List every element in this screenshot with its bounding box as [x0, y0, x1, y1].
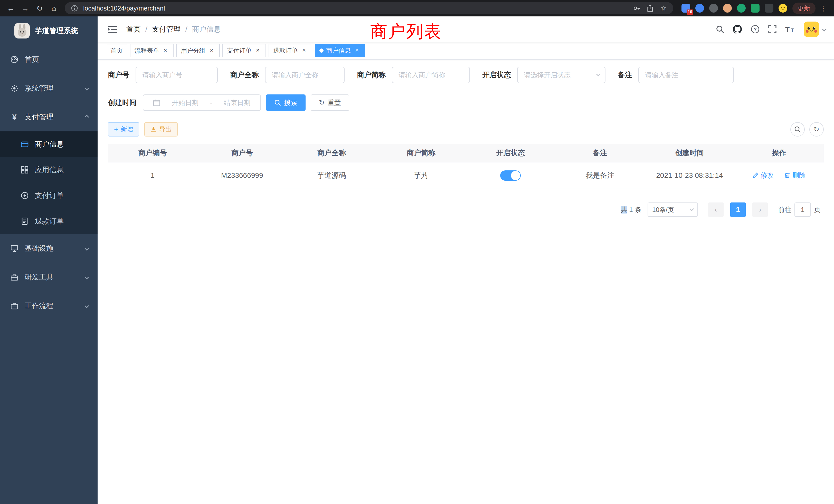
sidebar-item-home[interactable]: 首页 [0, 45, 97, 74]
merchant-short-name-input[interactable] [392, 67, 470, 83]
search-icon [274, 99, 281, 106]
sidebar-item-app-info[interactable]: 应用信息 [0, 157, 97, 183]
sidebar-item-system[interactable]: 系统管理 [0, 74, 97, 102]
status-select[interactable]: 请选择开启状态 [517, 67, 606, 83]
extension-icon-5[interactable] [737, 4, 746, 13]
end-date-placeholder: 结束日期 [224, 98, 250, 107]
chevron-down-icon [85, 275, 89, 279]
site-info-icon[interactable] [70, 5, 79, 12]
download-icon [151, 126, 157, 132]
add-button[interactable]: + 新增 [108, 122, 139, 137]
extension-icon-2[interactable] [695, 4, 704, 13]
tab-label: 支付订单 [227, 46, 251, 55]
extension-icon-7[interactable] [765, 4, 773, 13]
reset-button[interactable]: ↻ 重置 [311, 94, 349, 111]
sidebar-item-dev-tools[interactable]: 研发工具 [0, 263, 97, 292]
sidebar-item-merchant-info[interactable]: 商户信息 [0, 131, 97, 157]
tab-label: 首页 [110, 46, 123, 55]
close-icon[interactable]: × [353, 47, 360, 54]
page-1-button[interactable]: 1 [730, 203, 746, 217]
password-key-icon[interactable] [632, 4, 641, 12]
sidebar-item-label: 支付订单 [35, 191, 64, 201]
status-toggle[interactable] [500, 170, 521, 181]
forward-icon[interactable]: → [19, 2, 32, 15]
sidebar-item-refund-order[interactable]: 退款订单 [0, 208, 97, 234]
hamburger-icon[interactable] [106, 23, 119, 35]
extension-icon-1[interactable]: 10 [681, 4, 690, 13]
table-header-row: 商户编号 商户号 商户全称 商户简称 开启状态 备注 创建时间 操作 [108, 144, 824, 162]
next-page-button[interactable]: › [752, 203, 768, 217]
home-icon[interactable]: ⌂ [47, 2, 61, 15]
export-button[interactable]: 导出 [144, 122, 178, 137]
github-icon[interactable] [733, 25, 742, 34]
extension-icon-4[interactable] [723, 4, 732, 13]
search-button[interactable]: 搜索 [266, 94, 306, 111]
app-logo[interactable]: 芋道管理系统 [0, 17, 97, 45]
active-tab-dot [320, 48, 324, 53]
share-icon[interactable] [645, 4, 655, 12]
breadcrumb-home[interactable]: 首页 [126, 24, 141, 34]
refresh-icon: ↻ [319, 99, 325, 107]
url-text[interactable]: localhost:1024/pay/merchant [83, 5, 628, 12]
address-bar[interactable]: localhost:1024/pay/merchant ☆ [65, 2, 673, 14]
extension-icon-3[interactable] [709, 4, 718, 13]
table-row: 1 M233666999 芋道源码 芋艿 我是备注 2021-10-23 08:… [108, 162, 824, 189]
close-icon[interactable]: × [162, 47, 169, 54]
breadcrumb-section[interactable]: 支付管理 [152, 24, 181, 34]
tab-home[interactable]: 首页 [106, 44, 127, 57]
yen-icon: ¥ [10, 113, 19, 121]
close-icon[interactable]: × [254, 47, 261, 54]
monitor-icon [10, 244, 19, 253]
logo-avatar [14, 23, 30, 39]
reload-icon[interactable]: ↻ [33, 2, 46, 15]
merchant-no-input[interactable] [136, 67, 218, 83]
search-icon[interactable] [716, 25, 724, 33]
tab-user-group[interactable]: 用户分组 × [176, 44, 220, 57]
top-navbar: 首页 / 支付管理 / 商户信息 ? [97, 17, 834, 42]
remark-input[interactable] [638, 67, 734, 83]
merchant-full-name-input[interactable] [265, 67, 345, 83]
refresh-table-button[interactable]: ↻ [809, 122, 824, 137]
remark-label: 备注 [618, 70, 632, 80]
extension-icon-6[interactable] [751, 4, 760, 13]
user-avatar[interactable] [804, 22, 819, 37]
font-size-icon[interactable]: TT [785, 25, 795, 33]
edit-button[interactable]: 修改 [752, 171, 774, 180]
help-icon[interactable]: ? [751, 25, 760, 33]
profile-avatar-icon[interactable] [778, 4, 787, 13]
column-header-short-name: 商户简称 [376, 144, 466, 162]
page-size-select[interactable]: 10条/页 [648, 203, 698, 217]
prev-page-button[interactable]: ‹ [708, 203, 724, 217]
column-header-full-name: 商户全称 [287, 144, 376, 162]
back-icon[interactable]: ← [4, 2, 18, 15]
chevron-down-icon [85, 86, 89, 91]
tab-merchant-info[interactable]: 商户信息 × [315, 44, 365, 57]
status-label: 开启状态 [482, 70, 511, 80]
sidebar-item-label: 支付管理 [25, 112, 53, 122]
bookmark-star-icon[interactable]: ☆ [659, 4, 668, 13]
tab-payment-order[interactable]: 支付订单 × [222, 44, 266, 57]
goto-page-input[interactable] [794, 203, 811, 217]
create-time-range-picker[interactable]: 开始日期 - 结束日期 [143, 94, 261, 111]
delete-button[interactable]: 删除 [784, 171, 806, 180]
menu-dots-icon[interactable]: ⋮ [816, 2, 830, 15]
sidebar-item-label: 退款订单 [35, 216, 64, 226]
toggle-search-button[interactable] [790, 122, 805, 137]
sidebar-item-infrastructure[interactable]: 基础设施 [0, 234, 97, 263]
user-menu[interactable] [804, 22, 826, 37]
update-button[interactable]: 更新 [792, 3, 815, 14]
caret-down-icon [822, 27, 827, 31]
tab-process-form[interactable]: 流程表单 × [130, 44, 174, 57]
tab-refund-order[interactable]: 退款订单 × [269, 44, 312, 57]
svg-text:T: T [785, 25, 790, 33]
sidebar-item-workflow[interactable]: 工作流程 [0, 292, 97, 320]
close-icon[interactable]: × [208, 47, 215, 54]
sidebar-item-payment[interactable]: ¥ 支付管理 [0, 102, 97, 131]
document-icon [21, 217, 29, 225]
main-area: 首页 / 支付管理 / 商户信息 ? [97, 17, 834, 504]
sidebar-item-payment-order[interactable]: 支付订单 [0, 183, 97, 208]
column-header-remark: 备注 [555, 144, 645, 162]
fullscreen-icon[interactable] [768, 25, 776, 33]
tab-label: 退款订单 [273, 46, 298, 55]
close-icon[interactable]: × [301, 47, 308, 54]
